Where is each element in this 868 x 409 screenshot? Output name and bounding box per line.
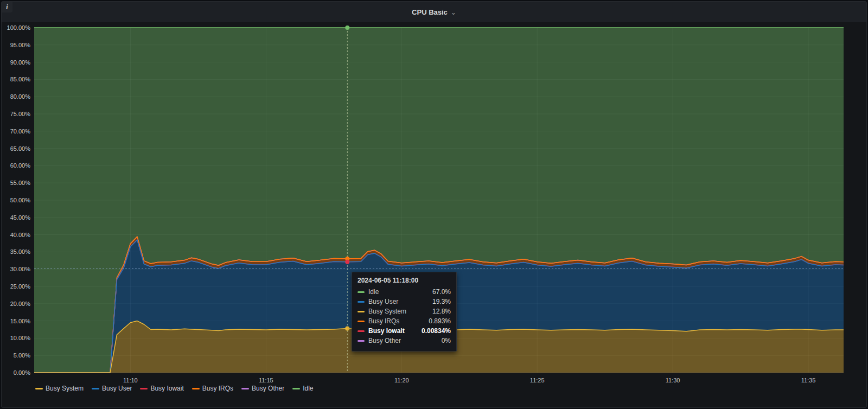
- y-axis-label: 5.00%: [14, 352, 30, 359]
- tooltip-series-label: Busy Other: [368, 337, 438, 344]
- tooltip-series-label: Idle: [368, 288, 429, 296]
- y-axis-label: 55.00%: [10, 180, 31, 186]
- tooltip-series-value: 19.3%: [432, 298, 451, 305]
- y-axis-label: 10.00%: [10, 335, 31, 341]
- legend-item-busy-irqs[interactable]: Busy IRQs: [192, 385, 233, 392]
- x-axis-label: 11:10: [123, 377, 138, 384]
- y-axis-label: 45.00%: [10, 214, 31, 221]
- legend: Busy SystemBusy UserBusy IowaitBusy IRQs…: [35, 385, 314, 392]
- tooltip-row: Busy IRQs0.893%: [358, 317, 451, 325]
- tooltip-series-value: 0.00834%: [422, 327, 451, 335]
- legend-color-swatch: [192, 388, 200, 389]
- y-axis-label: 100.00%: [7, 24, 31, 31]
- tooltip-row: Idle67.0%: [358, 288, 451, 296]
- tooltip-rows: Idle67.0%Busy User19.3%Busy System12.8%B…: [358, 288, 451, 344]
- legend-label: Busy Other: [252, 385, 284, 392]
- tooltip-series-label: Busy User: [368, 298, 429, 305]
- panel-info-icon[interactable]: i: [2, 2, 12, 12]
- y-axis-label: 15.00%: [10, 318, 31, 324]
- tooltip-series-label: Busy IRQs: [368, 317, 425, 325]
- x-axis-label: 11:15: [259, 377, 273, 384]
- x-axis-label: 11:30: [666, 377, 680, 384]
- legend-item-idle[interactable]: Idle: [292, 385, 313, 392]
- tooltip-row: Busy System12.8%: [358, 308, 451, 315]
- series-color-swatch: [358, 301, 365, 303]
- tooltip-series-label: Busy Iowait: [368, 327, 418, 335]
- series-color-swatch: [358, 321, 365, 322]
- tooltip-title: 2024-06-05 11:18:00: [358, 277, 451, 284]
- series-color-swatch: [358, 330, 365, 332]
- tooltip: 2024-06-05 11:18:00 Idle67.0%Busy User19…: [352, 272, 457, 352]
- legend-color-swatch: [35, 388, 43, 389]
- legend-label: Busy IRQs: [202, 385, 233, 392]
- y-axis-label: 40.00%: [10, 232, 31, 238]
- y-axis-label: 60.00%: [10, 162, 31, 169]
- tooltip-series-value: 0%: [442, 337, 451, 344]
- tooltip-row: Busy Other0%: [358, 337, 451, 344]
- hover-point-idle: [345, 25, 349, 30]
- x-axis-label: 11:20: [394, 377, 409, 384]
- y-axis-label: 30.00%: [10, 266, 31, 272]
- panel-header[interactable]: CPU Basic ⌄: [2, 2, 866, 22]
- legend-label: Idle: [303, 385, 313, 392]
- y-axis-label: 65.00%: [10, 145, 31, 152]
- tooltip-series-value: 0.893%: [429, 317, 451, 325]
- y-axis-label: 85.00%: [10, 76, 31, 82]
- legend-item-busy-system[interactable]: Busy System: [35, 385, 84, 392]
- legend-item-busy-iowait[interactable]: Busy Iowait: [140, 385, 183, 392]
- legend-label: Busy User: [102, 385, 132, 392]
- legend-color-swatch: [241, 388, 249, 389]
- y-axis-label: 80.00%: [10, 93, 31, 100]
- legend-label: Busy System: [46, 385, 84, 392]
- y-axis-label: 75.00%: [10, 111, 31, 117]
- tooltip-series-label: Busy System: [368, 308, 429, 315]
- panel-title: CPU Basic: [412, 8, 448, 16]
- x-axis-label: 11:25: [530, 377, 545, 384]
- tooltip-series-value: 12.8%: [432, 308, 451, 315]
- y-axis-label: 50.00%: [10, 197, 31, 203]
- grafana-panel: i CPU Basic ⌄ 100.00%95.00%90.00%85.00%8…: [1, 1, 867, 408]
- hover-point-busy-iowait: [345, 260, 349, 264]
- series-color-swatch: [358, 311, 365, 312]
- y-axis-label: 20.00%: [10, 301, 31, 307]
- legend-color-swatch: [292, 388, 300, 389]
- series-color-swatch: [358, 291, 365, 293]
- y-axis-label: 95.00%: [10, 42, 31, 48]
- legend-color-swatch: [92, 388, 99, 389]
- x-axis-label: 11:35: [801, 377, 816, 384]
- hover-point-busy-system: [345, 327, 349, 331]
- y-axis-label: 35.00%: [10, 248, 31, 255]
- y-axis-label: 90.00%: [10, 59, 31, 66]
- legend-item-busy-user[interactable]: Busy User: [92, 385, 132, 392]
- tooltip-series-value: 67.0%: [432, 288, 451, 296]
- y-axis-label: 0.00%: [14, 369, 30, 376]
- y-axis-label: 70.00%: [10, 128, 31, 135]
- legend-label: Busy Iowait: [150, 385, 183, 392]
- tooltip-row: Busy Iowait0.00834%: [358, 327, 451, 335]
- legend-item-busy-other[interactable]: Busy Other: [241, 385, 284, 392]
- tooltip-row: Busy User19.3%: [358, 298, 451, 305]
- legend-color-swatch: [140, 388, 148, 389]
- chevron-down-icon: ⌄: [451, 9, 456, 16]
- y-axis-label: 25.00%: [10, 283, 31, 290]
- series-color-swatch: [358, 340, 365, 342]
